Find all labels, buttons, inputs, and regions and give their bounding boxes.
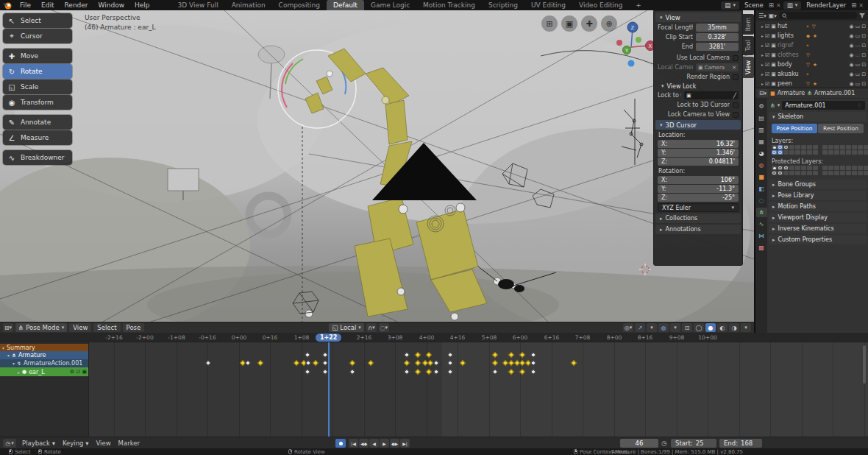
layer-toggle[interactable] xyxy=(783,166,789,170)
layer-toggle[interactable] xyxy=(778,150,783,155)
scene-name[interactable]: Scene xyxy=(741,1,766,9)
outliner-row-akuaku[interactable]: ▸☑▣akuaku⌖◉▭⊡ xyxy=(755,69,868,79)
layer-toggle[interactable] xyxy=(858,166,863,170)
layer-toggle[interactable] xyxy=(834,171,839,175)
properties-tab-view-layer[interactable]: ▦ xyxy=(756,137,767,147)
pan-view-button[interactable]: ✚ xyxy=(581,15,597,32)
layer-toggle[interactable] xyxy=(813,171,818,175)
layer-toggle[interactable] xyxy=(822,166,828,170)
frame-start-field[interactable]: Start:25 xyxy=(671,439,716,448)
panel-viewport-display[interactable]: ▸Viewport Display xyxy=(769,213,867,222)
layer-toggle[interactable] xyxy=(778,145,783,149)
eye-icon[interactable]: ◉ xyxy=(849,43,853,49)
layer-toggle[interactable] xyxy=(846,150,851,155)
layer-toggle[interactable] xyxy=(864,150,868,155)
keyframe[interactable] xyxy=(305,352,310,358)
tool-move[interactable]: ✚Move xyxy=(3,49,72,63)
channel-ear-l[interactable]: ▸●ear_L⚙☑▣ xyxy=(0,367,88,376)
camera-view-button[interactable]: ▣ xyxy=(561,15,577,32)
workspace-tab-scripting[interactable]: Scripting xyxy=(482,0,524,10)
scene-selector[interactable]: ▤▾ xyxy=(721,1,739,10)
layer-toggle[interactable] xyxy=(813,166,818,170)
renderlayer-name[interactable]: RenderLayer xyxy=(803,1,849,9)
properties-tab-world[interactable]: ◍ xyxy=(756,161,767,170)
playback-menu-marker[interactable]: Marker xyxy=(117,440,141,447)
layer-toggle[interactable] xyxy=(840,145,845,149)
checkbox-icon[interactable]: ☑ xyxy=(765,52,769,58)
layer-toggle[interactable] xyxy=(789,166,794,170)
keyframe[interactable] xyxy=(433,369,439,375)
keyframe[interactable] xyxy=(404,352,410,358)
keyframe[interactable] xyxy=(322,360,328,366)
layer-toggle[interactable] xyxy=(858,145,863,149)
keyframe[interactable] xyxy=(433,360,439,366)
sidebar-tab-view[interactable]: View xyxy=(743,57,754,78)
eyedropper-icon[interactable]: ╱ xyxy=(733,93,736,99)
mode-dropdown[interactable]: ⋔ Pose Mode ▾ xyxy=(15,323,67,332)
layer-toggle[interactable] xyxy=(822,171,828,175)
layer-toggle[interactable] xyxy=(801,150,806,155)
3d-viewport[interactable]: User Perspective (46) Armature : ear_L ↖… xyxy=(0,10,754,333)
lock-object-field[interactable]: ▣╱ xyxy=(684,91,739,99)
close-renderlayer-icon[interactable]: ✕ xyxy=(858,2,864,9)
workspace-tab-3d-view-full[interactable]: 3D View Full xyxy=(171,0,225,10)
keyframe[interactable] xyxy=(305,360,311,366)
expand-triangle-icon[interactable]: ▸ xyxy=(761,33,764,38)
panel-collections[interactable]: ▸Collections xyxy=(655,214,741,223)
new-collection-button[interactable]: ▣▾ xyxy=(769,13,777,19)
checkbox-icon[interactable]: ☑ xyxy=(765,62,769,68)
checkbox-icon[interactable]: ☑ xyxy=(765,33,769,39)
layer-toggle[interactable] xyxy=(858,171,863,175)
snap-toggle-button[interactable]: ∩▾ xyxy=(366,323,377,332)
layer-toggle[interactable] xyxy=(834,166,839,170)
cursor-location-x-field[interactable]: X:16.32' xyxy=(658,140,739,148)
timeline-scrollbar[interactable] xyxy=(863,345,866,384)
layer-toggle[interactable] xyxy=(807,145,812,149)
layer-toggle[interactable] xyxy=(846,145,851,149)
cursor-rotation-x-field[interactable]: X:106° xyxy=(658,176,739,184)
breadcrumb-object[interactable]: Armature xyxy=(778,90,805,96)
sidebar-tab-item[interactable]: Item xyxy=(743,14,754,35)
layer-toggle[interactable] xyxy=(864,171,868,175)
tool-scale[interactable]: ◱Scale xyxy=(3,80,72,94)
layer-toggle[interactable] xyxy=(864,145,868,149)
gizmos-dropdown[interactable]: ▾ xyxy=(647,323,657,332)
workspace-tab-compositing[interactable]: Compositing xyxy=(272,0,327,10)
eye-icon[interactable]: ◉ xyxy=(849,71,853,77)
layer-toggle[interactable] xyxy=(807,150,812,155)
mute-checkbox-icon[interactable]: ☑ xyxy=(76,369,80,375)
rest-position-button[interactable]: Rest Position xyxy=(818,124,864,133)
frame-end-field[interactable]: End:168 xyxy=(719,439,762,448)
properties-tab-object-data[interactable]: ⋔ xyxy=(756,208,767,217)
keyframe-selected[interactable] xyxy=(349,360,355,366)
menu-window[interactable]: Window xyxy=(93,0,130,10)
new-scene-icon[interactable]: ⊞ xyxy=(769,1,774,9)
channel-triangle-icon[interactable]: ▾ xyxy=(13,361,15,366)
menu-edit[interactable]: Edit xyxy=(36,0,59,10)
timeline-ruler[interactable]: -2+16-2+00-1+08-0+160+000+161+082+163+08… xyxy=(0,333,868,342)
pivot-point-dropdown[interactable]: ◎▾ xyxy=(623,323,633,332)
current-frame-field[interactable]: 46 xyxy=(620,439,658,448)
layer-toggle[interactable] xyxy=(789,150,794,155)
workspace-tab-game-logic[interactable]: Game Logic xyxy=(364,0,416,10)
xray-toggle-button[interactable]: ⊡ xyxy=(682,323,692,332)
layer-toggle[interactable] xyxy=(822,145,828,149)
layer-toggle[interactable] xyxy=(795,171,800,175)
screen-icon[interactable]: ▭ xyxy=(855,71,861,77)
shading-rendered-button[interactable]: ◑ xyxy=(729,323,739,332)
keyframe-selected[interactable] xyxy=(368,360,374,366)
layer-toggle[interactable] xyxy=(778,166,783,170)
keyframe-selected[interactable] xyxy=(415,369,421,375)
layer-toggle[interactable] xyxy=(783,150,789,155)
expand-triangle-icon[interactable]: ▸ xyxy=(761,52,764,57)
keyframe[interactable] xyxy=(349,369,355,375)
keyframe-selected[interactable] xyxy=(294,360,299,366)
menu-help[interactable]: Help xyxy=(129,0,155,10)
layer-toggle[interactable] xyxy=(828,166,833,170)
menu-render[interactable]: Render xyxy=(60,0,93,10)
transform-orientation-dropdown[interactable]: ◱ Local ▾ xyxy=(329,323,364,332)
breadcrumb-data[interactable]: Armature.001 xyxy=(814,90,855,96)
layer-toggle[interactable] xyxy=(852,150,857,155)
checkbox-icon[interactable]: ☑ xyxy=(765,81,769,87)
screen-icon[interactable]: ▭ xyxy=(855,81,861,87)
